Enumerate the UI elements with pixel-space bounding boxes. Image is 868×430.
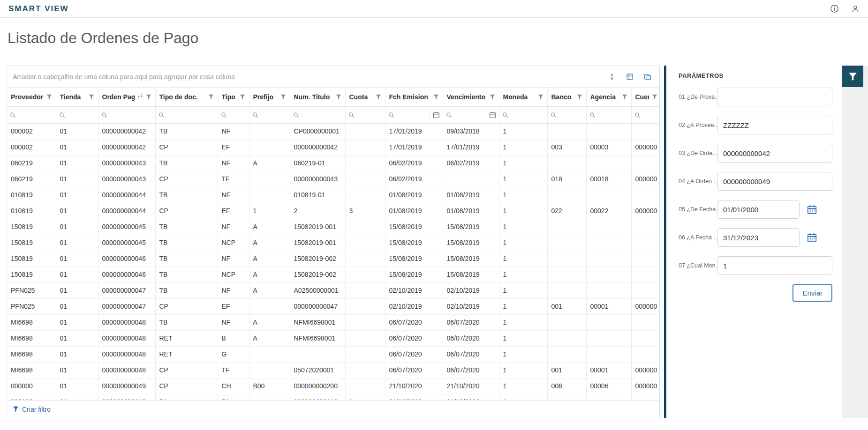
column-filter-funnel-icon[interactable] (577, 94, 582, 100)
submit-button[interactable]: Enviar (793, 284, 832, 302)
table-row[interactable]: MI669801000000000048RETBANFMI669800106/0… (7, 330, 659, 346)
table-row[interactable]: PFN02501000000000047CPEF00000000004702/1… (7, 298, 659, 314)
column-chooser-icon[interactable] (641, 70, 655, 84)
filter-cell[interactable] (56, 106, 98, 123)
search-icon[interactable] (589, 112, 596, 118)
column-header[interactable]: Vencimiento (443, 88, 499, 106)
filter-cell[interactable] (547, 106, 586, 123)
table-row[interactable]: MI669801000000000048RETG06/07/202006/07/… (7, 346, 659, 362)
table-row[interactable]: 00000201000000000042TBNFCP000000000117/0… (7, 123, 659, 139)
filter-funnel-icon[interactable] (842, 66, 863, 87)
column-header[interactable]: Prefijo (249, 88, 290, 106)
column-filter-funnel-icon[interactable] (280, 94, 286, 100)
search-icon[interactable] (388, 112, 394, 118)
filter-input[interactable] (394, 107, 428, 123)
search-icon[interactable] (59, 112, 65, 118)
column-filter-funnel-icon[interactable] (490, 94, 495, 100)
table-row[interactable]: PFN02501000000000047TBNFAA0250000000102/… (7, 282, 659, 298)
filter-input[interactable] (452, 107, 484, 123)
table-row[interactable]: 06021901000000000043CPTF00000000004306/0… (7, 171, 659, 187)
column-header[interactable]: Orden Pago↑1 (98, 88, 155, 106)
table-row[interactable]: MI669801000000000048TBNFANFMI669800106/0… (7, 314, 659, 330)
column-header[interactable]: Fch Emision (385, 88, 443, 106)
column-filter-funnel-icon[interactable] (146, 94, 151, 100)
table-row[interactable]: 01081901000000000044TBNF010819-0101/08/2… (7, 187, 659, 203)
search-icon[interactable] (293, 112, 299, 118)
filter-input[interactable] (16, 107, 53, 123)
filter-input[interactable] (165, 107, 215, 123)
param-input[interactable] (717, 172, 832, 191)
search-icon[interactable] (348, 112, 355, 118)
search-icon[interactable] (502, 112, 508, 118)
column-filter-funnel-icon[interactable] (336, 94, 341, 100)
filter-cell[interactable] (218, 106, 249, 123)
user-icon[interactable] (851, 5, 860, 13)
param-input[interactable] (717, 200, 800, 219)
column-filter-funnel-icon[interactable] (376, 94, 381, 100)
filter-input[interactable] (557, 107, 583, 123)
column-header[interactable]: Tipo de doc. (155, 88, 218, 106)
search-icon[interactable] (221, 112, 227, 118)
column-filter-funnel-icon[interactable] (652, 94, 657, 100)
filter-input[interactable] (65, 107, 95, 123)
calendar-icon[interactable] (807, 205, 817, 215)
filter-cell[interactable] (499, 106, 547, 123)
filter-cell[interactable] (290, 106, 345, 123)
search-icon[interactable] (551, 112, 557, 118)
search-icon[interactable] (159, 112, 165, 118)
table-row[interactable]: 06021901000000000043TBNFA060219-0106/02/… (7, 155, 659, 171)
filter-cell[interactable] (345, 106, 385, 123)
column-filter-funnel-icon[interactable] (240, 94, 245, 100)
filter-cell[interactable] (249, 106, 290, 123)
table-row[interactable]: 15081901000000000046TBNFA15082019-00215/… (7, 251, 659, 267)
filter-cell[interactable] (586, 106, 631, 123)
column-header[interactable]: Num. Titulo (290, 88, 345, 106)
table-row[interactable]: 01081901000000000044CPEF12301/08/201901/… (7, 203, 659, 219)
filter-input[interactable] (355, 107, 382, 123)
filter-input[interactable] (596, 107, 628, 123)
param-input[interactable] (717, 116, 832, 134)
param-input[interactable] (717, 88, 832, 106)
column-filter-funnel-icon[interactable] (208, 94, 214, 100)
table-row[interactable]: 15081901000000000046TBNCPA15082019-00215… (7, 267, 659, 282)
column-header[interactable]: Proveedor (7, 88, 56, 106)
column-filter-funnel-icon[interactable] (46, 94, 52, 100)
row-height-icon[interactable] (605, 70, 619, 84)
search-icon[interactable] (101, 112, 107, 118)
column-filter-funnel-icon[interactable] (538, 94, 543, 100)
filter-input[interactable] (508, 107, 544, 123)
search-icon[interactable] (10, 112, 16, 118)
column-filter-funnel-icon[interactable] (433, 94, 439, 100)
column-filter-funnel-icon[interactable] (89, 94, 94, 100)
column-header[interactable]: Tipo (218, 88, 249, 106)
column-header[interactable]: Cuenta (631, 88, 659, 106)
table-row[interactable]: 00000201000000000042CPEF00000000004217/0… (7, 139, 659, 155)
filter-cell[interactable] (385, 106, 443, 123)
column-header[interactable]: Banco (547, 88, 586, 106)
param-input[interactable] (717, 256, 832, 275)
filter-cell[interactable] (631, 106, 659, 123)
filter-cell[interactable] (443, 106, 499, 123)
param-input[interactable] (717, 228, 800, 247)
export-grid-icon[interactable] (623, 70, 637, 84)
param-input[interactable] (717, 144, 832, 163)
search-icon[interactable] (634, 112, 641, 118)
column-header[interactable]: Cuota (345, 88, 385, 106)
table-row[interactable]: MI669801000000000048CPTF0507202000106/07… (7, 362, 659, 378)
table-row[interactable]: 00000001000000000049CPCHB000000000002002… (7, 378, 659, 394)
filter-input[interactable] (299, 107, 342, 123)
create-filter-link[interactable]: Criar filtro (22, 406, 51, 413)
table-row[interactable]: 15081901000000000045TBNCPA15082019-00115… (7, 235, 659, 251)
filter-input[interactable] (641, 107, 658, 123)
filter-input[interactable] (227, 107, 246, 123)
calendar-icon[interactable] (807, 233, 817, 243)
search-icon[interactable] (252, 112, 258, 118)
search-icon[interactable] (446, 112, 452, 118)
filter-cell[interactable] (155, 106, 218, 123)
column-filter-funnel-icon[interactable] (622, 94, 627, 100)
info-icon[interactable] (830, 4, 839, 13)
filter-cell[interactable] (98, 106, 155, 123)
table-row[interactable]: 00000001000000000049PAPA000000000049121/… (7, 394, 659, 400)
filter-input[interactable] (258, 107, 287, 123)
filter-cell[interactable] (7, 106, 56, 123)
